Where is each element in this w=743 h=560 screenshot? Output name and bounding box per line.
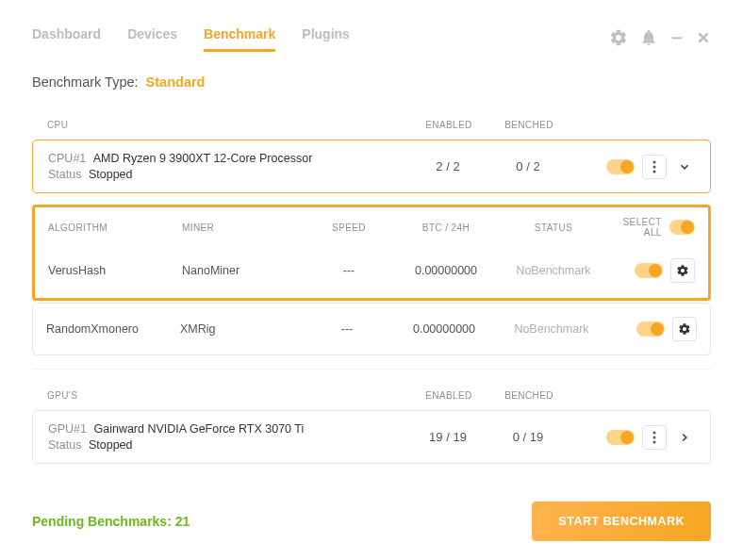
cpu-header-benched: BENCHED — [487, 120, 571, 130]
close-icon[interactable] — [696, 30, 711, 49]
algorithm-row-randomx: RandomXmonero XMRig --- 0.00000000 NoBen… — [32, 303, 711, 355]
cpu-benched-count: 0 / 2 — [486, 159, 570, 173]
algorithm-row-verushash: VerusHash NanoMiner --- 0.00000000 NoBen… — [35, 245, 708, 296]
cpu-expand-chevron[interactable] — [674, 160, 695, 173]
svg-point-6 — [653, 431, 656, 434]
algo-settings-button[interactable] — [672, 317, 697, 341]
cpu-status-label: Status — [48, 168, 81, 181]
svg-rect-0 — [672, 37, 683, 39]
gpu-device-row: GPU#1 Gainward NVIDIA GeForce RTX 3070 T… — [32, 410, 711, 464]
tab-devices[interactable]: Devices — [127, 26, 177, 52]
cpu-id: CPU#1 — [48, 152, 86, 165]
cpu-toggle[interactable] — [606, 159, 635, 174]
select-all-label: SELECT ALL — [608, 217, 662, 238]
gpu-header-label: GPU'S — [47, 390, 411, 401]
svg-point-7 — [653, 436, 656, 438]
gpu-name: Gainward NVIDIA GeForce RTX 3070 Ti — [93, 422, 304, 436]
svg-point-3 — [653, 160, 656, 163]
svg-point-5 — [653, 170, 656, 173]
svg-point-4 — [653, 165, 656, 168]
col-algorithm: ALGORITHM — [48, 222, 182, 233]
algo-status: NoBenchmark — [497, 322, 606, 336]
start-benchmark-button[interactable]: START BENCHMARK — [532, 502, 711, 541]
gpu-status-value: Stopped — [89, 438, 133, 452]
algo-btc: 0.00000000 — [391, 322, 497, 336]
col-miner: MINER — [182, 222, 305, 233]
gpu-expand-chevron[interactable] — [674, 431, 695, 444]
algo-miner: XMRig — [180, 322, 303, 336]
cpu-status-value: Stopped — [89, 168, 133, 181]
benchmark-type-value[interactable]: Standard — [146, 74, 206, 90]
gpu-header-enabled: ENABLED — [411, 390, 487, 401]
col-btc: BTC / 24H — [393, 222, 499, 233]
select-all-toggle[interactable] — [669, 220, 695, 235]
algo-btc: 0.00000000 — [393, 264, 499, 277]
algo-name: VerusHash — [48, 264, 182, 277]
algorithm-panel: ALGORITHM MINER SPEED BTC / 24H STATUS S… — [32, 205, 711, 301]
algo-speed: --- — [305, 264, 393, 277]
col-status: STATUS — [499, 222, 608, 233]
algo-toggle[interactable] — [636, 321, 665, 337]
section-divider — [32, 369, 711, 370]
algo-toggle[interactable] — [635, 263, 663, 278]
algo-name: RandomXmonero — [46, 322, 180, 336]
cpu-more-button[interactable] — [642, 155, 667, 179]
cpu-name: AMD Ryzen 9 3900XT 12-Core Processor — [93, 152, 313, 165]
gpu-toggle[interactable] — [606, 430, 635, 445]
algo-settings-button[interactable] — [670, 258, 695, 283]
pending-benchmarks: Pending Benchmarks: 21 — [32, 514, 190, 529]
gear-icon[interactable] — [609, 28, 628, 51]
gpu-more-button[interactable] — [642, 425, 667, 450]
cpu-header-enabled: ENABLED — [411, 120, 487, 130]
col-speed: SPEED — [305, 222, 393, 233]
gpu-id: GPU#1 — [48, 422, 87, 436]
bell-icon[interactable] — [639, 28, 658, 51]
gpu-benched-count: 0 / 19 — [486, 430, 570, 444]
cpu-device-row: CPU#1 AMD Ryzen 9 3900XT 12-Core Process… — [32, 140, 711, 193]
algo-speed: --- — [303, 322, 391, 336]
gpu-enabled-count: 19 / 19 — [410, 430, 486, 444]
tab-benchmark[interactable]: Benchmark — [204, 26, 275, 52]
benchmark-type-label: Benchmark Type: — [32, 74, 139, 90]
svg-point-8 — [653, 440, 656, 443]
tab-plugins[interactable]: Plugins — [302, 26, 350, 52]
algo-miner: NanoMiner — [182, 264, 305, 277]
tab-dashboard[interactable]: Dashboard — [32, 26, 101, 52]
gpu-header-benched: BENCHED — [487, 390, 571, 401]
algo-status: NoBenchmark — [499, 264, 608, 277]
minimize-icon[interactable] — [669, 30, 685, 49]
cpu-header-label: CPU — [47, 120, 411, 130]
gpu-status-label: Status — [48, 438, 81, 452]
cpu-enabled-count: 2 / 2 — [410, 159, 486, 173]
